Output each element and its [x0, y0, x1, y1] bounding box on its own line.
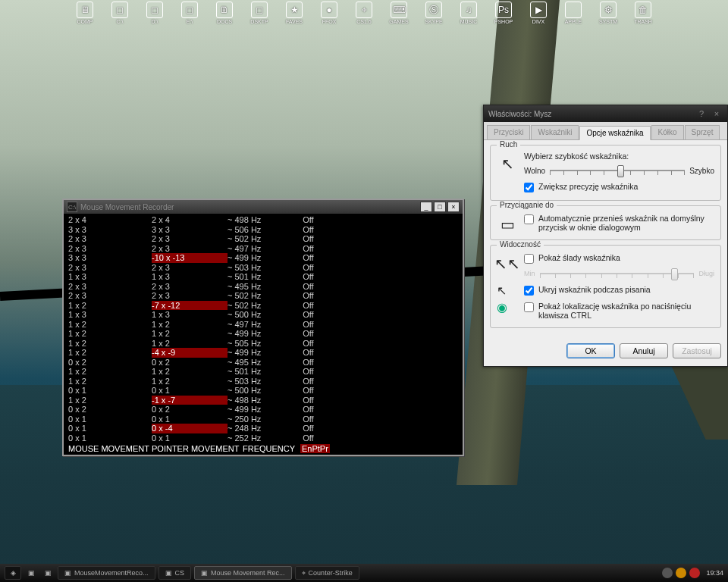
console-titlebar[interactable]: C:\ Mouse Movement Recorder _ □ ×: [64, 200, 463, 214]
pointer-trails-icon: ↖↖: [497, 253, 518, 274]
help-button[interactable]: ?: [695, 108, 708, 119]
dock-label: FFOX: [322, 19, 337, 24]
group-legend: Widoczność: [497, 240, 544, 249]
dock-label: DOCS: [217, 19, 232, 24]
dialog-title: Właściwości: Mysz: [488, 110, 551, 118]
tab-sprzęt[interactable]: Sprzęt: [685, 125, 720, 139]
console-row: 1 x 2 -4 x -9 ~ 499 Hz Off: [68, 348, 458, 358]
pointer-speed-slider[interactable]: [550, 164, 685, 177]
dock-item-comp[interactable]: 🖥COMP: [69, 2, 101, 29]
console-row: 2 x 3 2 x 3 ~ 497 Hz Off: [68, 244, 458, 254]
task-button[interactable]: ⌖Counter-Strike: [295, 566, 359, 580]
console-row: 2 x 3 2 x 3 ~ 502 Hz Off: [68, 234, 458, 244]
task-label: MouseMovementReco...: [74, 569, 149, 577]
tray-icon[interactable]: [676, 568, 686, 578]
dock-label: SKYPE: [425, 19, 442, 24]
dock-icon: 🗑: [635, 2, 651, 18]
dock-label: DIVX: [532, 19, 544, 24]
console-row: 1 x 2 1 x 2 ~ 501 Hz Off: [68, 367, 458, 377]
console-row: 0 x 1 0 x 1 ~ 500 Hz Off: [68, 386, 458, 396]
console-row: 3 x 3 -10 x -13 ~ 499 Hz Off: [68, 253, 458, 263]
dock-item-cs16[interactable]: ⌖CS1.6: [348, 2, 380, 29]
console-row: 1 x 3 1 x 3 ~ 500 Hz Off: [68, 310, 458, 320]
trail-length-slider: [540, 267, 695, 280]
dock-item-ffox[interactable]: ●FFOX: [313, 2, 345, 29]
task-button[interactable]: ▣MouseMovementReco...: [58, 566, 155, 580]
console-row: 1 x 3 1 x 3 ~ 501 Hz Off: [68, 272, 458, 282]
dialog-titlebar[interactable]: Właściwości: Mysz ? ×: [484, 105, 727, 122]
console-row: 1 x 2 1 x 2 ~ 503 Hz Off: [68, 377, 458, 386]
dock-item-music[interactable]: ♫MUSIC: [453, 2, 485, 29]
dock-icon: 🗎: [216, 2, 233, 18]
console-row: 1 x 2 1 x 2 ~ 505 Hz Off: [68, 339, 458, 349]
tray-icon[interactable]: [689, 568, 700, 578]
dock-label: MUSIC: [460, 19, 478, 24]
ctrl-locate-checkbox[interactable]: ◉ Pokaż lokalizację wskaźnika po naciśni…: [497, 302, 714, 320]
group-legend: Przyciąganie do: [497, 201, 557, 209]
maximize-button[interactable]: □: [434, 202, 446, 212]
pointer-speed-icon: ↖: [497, 153, 518, 174]
console-row: 1 x 2 -7 x -12 ~ 502 Hz Off: [68, 301, 458, 311]
dock-label: APPLE: [565, 19, 582, 24]
dock-item-e[interactable]: ◻E:\: [174, 2, 206, 29]
task-icon: ⌖: [302, 569, 306, 577]
cancel-button[interactable]: Anuluj: [620, 343, 668, 358]
minimize-button[interactable]: _: [420, 202, 432, 212]
start-button[interactable]: ◈: [5, 566, 21, 580]
dock-label: CS1.6: [356, 19, 371, 24]
dock-item-trash[interactable]: 🗑TRASH: [627, 2, 659, 29]
tab-kółko[interactable]: Kółko: [651, 125, 684, 139]
dock-item-docs[interactable]: 🗎DOCS: [209, 2, 240, 29]
console-window: C:\ Mouse Movement Recorder _ □ × 2 x 4 …: [62, 199, 464, 456]
tray-icon[interactable]: [662, 568, 673, 578]
tab-wskaźniki[interactable]: Wskaźniki: [531, 125, 579, 139]
dock-icon: ◻: [146, 2, 163, 18]
task-button[interactable]: ▣Mouse Movement Rec...: [194, 566, 292, 580]
console-row: 1 x 2 1 x 2 ~ 497 Hz Off: [68, 320, 458, 330]
hide-while-typing-checkbox[interactable]: ↖ Ukryj wskaźnik podczas pisania: [497, 285, 714, 296]
console-row: 2 x 3 2 x 3 ~ 502 Hz Off: [68, 291, 458, 301]
ok-button[interactable]: OK: [566, 343, 615, 358]
pointer-trails-checkbox[interactable]: Pokaż ślady wskaźnika: [524, 253, 714, 264]
console-row: 2 x 3 2 x 3 ~ 495 Hz Off: [68, 282, 458, 292]
dock-icon: Ⓢ: [425, 2, 442, 18]
fast-label: Szybko: [689, 167, 714, 175]
dock-item-games[interactable]: ⌨GAMES: [383, 2, 415, 29]
quicklaunch-icon[interactable]: ▣: [41, 566, 55, 580]
console-row: 2 x 3 2 x 3 ~ 503 Hz Off: [68, 263, 458, 273]
taskbar: ◈ ▣ ▣ ▣MouseMovementReco...▣CS▣Mouse Mov…: [0, 564, 728, 582]
dock-icon: 🖥: [77, 2, 93, 18]
apply-button[interactable]: Zastosuj: [673, 343, 721, 358]
task-icon: ▣: [64, 569, 71, 577]
console-row: 0 x 1 0 x -4 ~ 248 Hz Off: [68, 424, 458, 433]
task-label: CS: [175, 569, 185, 577]
dock-item-dsktp[interactable]: ◻DSKTP: [243, 2, 275, 29]
snapto-checkbox[interactable]: Automatycznie przenieś wskaźnik na domyś…: [524, 214, 714, 232]
close-button[interactable]: ×: [711, 108, 723, 119]
dock-item-pshop[interactable]: PsPSHOP: [488, 2, 519, 29]
dock-item-skype[interactable]: ⓈSKYPE: [418, 2, 450, 29]
dock-label: PSHOP: [494, 19, 513, 24]
tab-opcje-wskaźnika[interactable]: Opcje wskaźnika: [579, 126, 650, 140]
close-button[interactable]: ×: [447, 202, 460, 212]
console-row: 3 x 3 3 x 3 ~ 506 Hz Off: [68, 225, 458, 235]
dock-label: COMP: [77, 19, 93, 24]
visibility-group: Widoczność ↖↖ Pokaż ślady wskaźnika Min …: [490, 245, 721, 328]
dock-item-apple[interactable]: APPLE: [557, 2, 589, 29]
dock-item-divx[interactable]: ▶DIVX: [522, 2, 554, 29]
task-button[interactable]: ▣CS: [158, 566, 192, 580]
quicklaunch-icon[interactable]: ▣: [24, 566, 38, 580]
enhance-precision-checkbox[interactable]: Zwiększ precyzję wskaźnika: [524, 182, 714, 192]
dialog-button-row: OK Anuluj Zastosuj: [484, 339, 727, 366]
dock-item-d[interactable]: ◻D:\: [139, 2, 171, 29]
console-row: 1 x 2 1 x 2 ~ 499 Hz Off: [68, 329, 458, 339]
dock-item-c[interactable]: ◻C:\: [104, 2, 136, 29]
dock-icon: ⌨: [391, 2, 407, 18]
tab-przyciski[interactable]: Przyciski: [487, 125, 530, 139]
task-label: Mouse Movement Rec...: [211, 569, 285, 577]
dock-item-faves[interactable]: ★FAVES: [278, 2, 310, 29]
dock-label: D:\: [152, 19, 158, 24]
console-title: Mouse Movement Recorder: [80, 203, 174, 211]
console-output: 2 x 4 2 x 4 ~ 498 Hz Off3 x 3 3 x 3 ~ 50…: [64, 214, 463, 444]
dock-item-systm[interactable]: ⚙SYSTM: [592, 2, 624, 29]
